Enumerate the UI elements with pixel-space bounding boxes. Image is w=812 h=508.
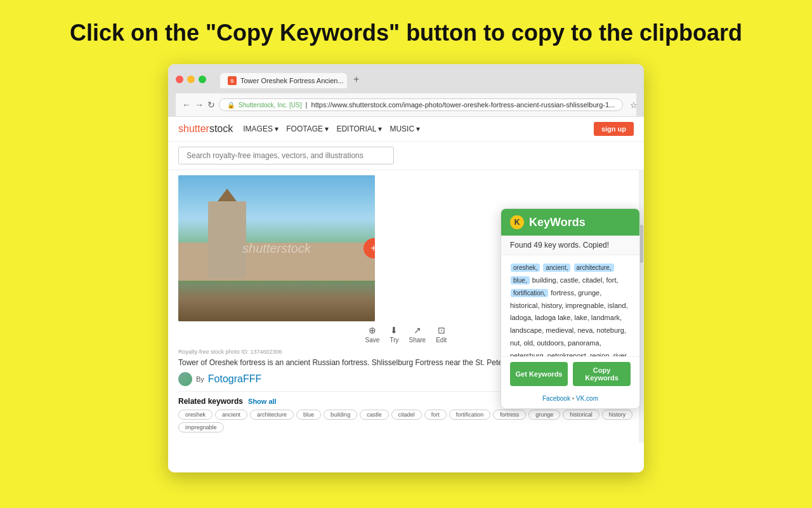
nav-images[interactable]: IMAGES ▾ (243, 124, 278, 133)
tag-blue[interactable]: blue (296, 410, 321, 420)
shutterstock-logo: shutterstock (178, 123, 233, 135)
logo-shutter: shutter (178, 123, 209, 135)
tag-impregnable[interactable]: impregnable (178, 422, 224, 432)
kw-oreshek: oreshek, (511, 264, 540, 272)
vk-link[interactable]: VK.com (576, 395, 598, 402)
try-button[interactable]: ⬇ Try (390, 325, 398, 344)
search-input[interactable] (178, 147, 394, 164)
keywords-popup: K KeyWords Found 49 key words. Copied! o… (501, 208, 640, 409)
edit-button[interactable]: ⊡ Edit (436, 325, 447, 344)
forward-button[interactable]: → (195, 97, 204, 112)
tag-citadel[interactable]: citadel (391, 410, 422, 420)
kw-blue: blue, (511, 276, 530, 284)
url-display: Shutterstock, Inc. [US] | https://www.sh… (239, 101, 615, 109)
try-label: Try (390, 337, 398, 344)
main-content: shutterstock + ⊕ Save ⬇ Try (168, 170, 644, 443)
edit-label: Edit (436, 337, 447, 344)
save-icon: ⊕ (369, 325, 376, 335)
tab-bar: S Tower Oreshek Fortress Ancien... ✕ + (220, 70, 364, 88)
photo-scene: shutterstock (178, 175, 375, 321)
tags-list: oreshek ancient architecture blue buildi… (178, 410, 634, 432)
popup-header: K KeyWords (501, 209, 639, 236)
popup-status: Found 49 key words. Copied! (501, 236, 639, 255)
address-url: https://www.shutterstock.com/image-photo… (311, 101, 615, 109)
tower-top (218, 189, 237, 201)
popup-buttons: Get Keywords Copy Keywords (501, 357, 639, 391)
secure-icon: 🔒 (227, 102, 235, 109)
fortress-tower (208, 201, 246, 277)
browser-nav: ← → ↻ 🔒 Shutterstock, Inc. [US] | https:… (176, 93, 636, 117)
tag-fortification[interactable]: fortification (449, 410, 491, 420)
related-title-text: Related keywords (178, 397, 243, 406)
minimize-window-button[interactable] (187, 76, 195, 83)
edit-icon: ⊡ (438, 325, 445, 335)
tag-historical[interactable]: historical (563, 410, 599, 420)
tag-fort[interactable]: fort (424, 410, 447, 420)
save-label: Save (365, 337, 380, 344)
search-area (168, 142, 644, 170)
close-window-button[interactable] (176, 76, 183, 83)
tag-architecture[interactable]: architecture (250, 410, 294, 420)
nav-editorial[interactable]: EDITORIAL ▾ (336, 124, 382, 133)
author-avatar (178, 372, 192, 386)
tag-grunge[interactable]: grunge (528, 410, 560, 420)
photo-container: shutterstock + (178, 175, 375, 321)
popup-keywords-list: oreshek, ancient, architecture, blue, bu… (501, 255, 639, 357)
address-bar[interactable]: 🔒 Shutterstock, Inc. [US] | https://www.… (219, 98, 623, 111)
tag-oreshek[interactable]: oreshek (178, 410, 213, 420)
browser-controls: S Tower Oreshek Fortress Ancien... ✕ + (176, 70, 636, 88)
nav-footage[interactable]: FOOTAGE ▾ (286, 124, 329, 133)
main-nav: IMAGES ▾ FOOTAGE ▾ EDITORIAL ▾ MUSIC ▾ (243, 124, 420, 133)
share-icon: ↗ (414, 325, 421, 335)
copy-keywords-button[interactable]: Copy Keywords (573, 362, 631, 386)
tag-fortress[interactable]: fortress (493, 410, 526, 420)
kw-ancient: ancient, (543, 264, 570, 272)
kw-fortification: fortification, (511, 289, 548, 297)
kw-impregnable-etc: impregnable, island, ladoga, ladoga lake… (510, 302, 628, 358)
logo-stock: stock (209, 123, 233, 135)
browser-content: shutterstock IMAGES ▾ FOOTAGE ▾ EDITORIA… (168, 117, 644, 472)
tag-ancient[interactable]: ancient (215, 410, 247, 420)
popup-logo: K (510, 215, 524, 229)
maximize-window-button[interactable] (199, 76, 206, 83)
kw-architecture: architecture, (574, 264, 614, 272)
main-headline: Click on the "Copy Keywords" button to c… (44, 19, 768, 46)
reload-button[interactable]: ↻ (207, 97, 215, 112)
browser-window: S Tower Oreshek Fortress Ancien... ✕ + ←… (168, 64, 644, 472)
browser-titlebar: S Tower Oreshek Fortress Ancien... ✕ + ←… (168, 64, 644, 117)
facebook-link[interactable]: Facebook (542, 395, 570, 402)
back-button[interactable]: ← (182, 97, 191, 112)
author-link[interactable]: FotograFFF (208, 373, 261, 385)
share-button[interactable]: ↗ Share (409, 325, 426, 344)
save-button[interactable]: ⊕ Save (365, 325, 380, 344)
address-short: Shutterstock, Inc. [US] (239, 102, 301, 109)
nav-music[interactable]: MUSIC ▾ (390, 124, 420, 133)
tag-building[interactable]: building (324, 410, 357, 420)
tag-history[interactable]: history (602, 410, 633, 420)
get-keywords-button[interactable]: Get Keywords (510, 362, 568, 386)
active-tab[interactable]: S Tower Oreshek Fortress Ancien... ✕ (220, 73, 347, 88)
author-by: By (196, 375, 204, 383)
popup-footer: Facebook • VK.com (501, 391, 639, 408)
bookmark-icon[interactable]: ☆ (627, 98, 641, 112)
shutterstock-header: shutterstock IMAGES ▾ FOOTAGE ▾ EDITORIA… (168, 117, 644, 142)
kw-building: building, castle, citadel, fort, (532, 276, 619, 284)
tab-favicon: S (228, 76, 237, 85)
show-all-link[interactable]: Show all (248, 398, 277, 405)
nav-icons-group: ☆ K 👤 ⋮ (627, 98, 644, 112)
sign-up-button[interactable]: sign up (594, 122, 634, 136)
new-tab-button[interactable]: + (348, 70, 364, 88)
tag-castle[interactable]: castle (360, 410, 389, 420)
try-icon: ⬇ (390, 325, 398, 335)
popup-title: KeyWords (529, 216, 586, 229)
header-right: sign up (594, 122, 634, 136)
tab-title: Tower Oreshek Fortress Ancien... (240, 77, 344, 84)
share-label: Share (409, 337, 426, 344)
